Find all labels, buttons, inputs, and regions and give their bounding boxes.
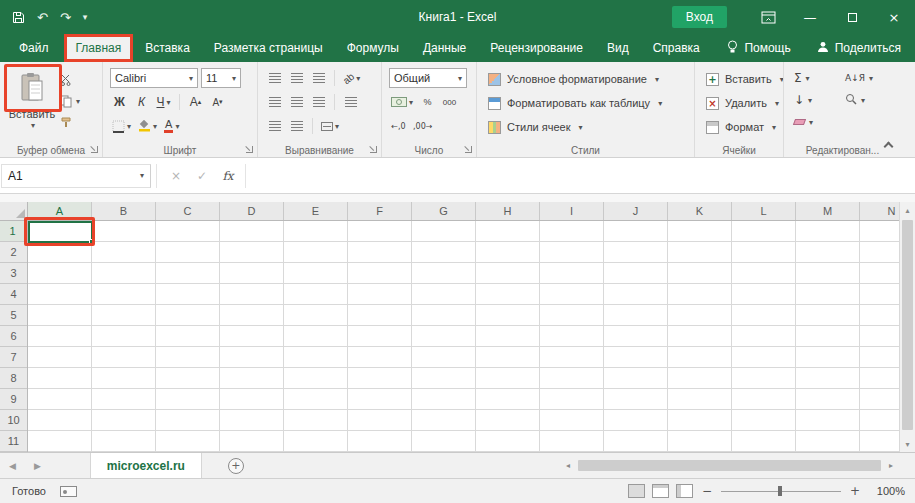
autosum-button[interactable]: Σ ▾ (794, 69, 835, 87)
enter-button[interactable]: ✓ (189, 164, 215, 188)
close-button[interactable]: × (873, 0, 915, 34)
cell-styles-button[interactable]: Стили ячеек ▾ (484, 116, 687, 138)
increase-indent-button[interactable] (287, 116, 306, 136)
select-all-button[interactable] (0, 202, 28, 220)
tab-data[interactable]: Данные (411, 34, 478, 62)
tab-file[interactable]: Файл (4, 34, 64, 62)
merge-center-button[interactable]: ▾ (319, 116, 341, 136)
dialog-launcher-alignment[interactable] (370, 146, 377, 153)
formula-bar-splitter[interactable] (151, 164, 157, 188)
sheet-tab-microexcel[interactable]: microexcel.ru (90, 453, 202, 478)
minimize-button[interactable]: — (789, 0, 831, 34)
format-cells-button[interactable]: Формат ▾ (702, 116, 776, 138)
percent-style-button[interactable]: % (418, 92, 437, 112)
share-button[interactable]: Поделиться (817, 41, 901, 56)
insert-function-button[interactable]: fx (215, 164, 241, 188)
normal-view-button[interactable] (628, 484, 645, 498)
clear-dropdown-icon[interactable]: ▾ (809, 118, 813, 127)
fill-color-button[interactable]: ▾ (136, 116, 159, 136)
vertical-scrollbar-thumb[interactable] (902, 220, 913, 430)
undo-icon[interactable]: ↶ (37, 10, 48, 25)
fill-color-dropdown-icon[interactable]: ▾ (153, 122, 157, 131)
row-header-11[interactable]: 11 (0, 431, 27, 452)
wrap-text-button[interactable] (341, 92, 360, 112)
column-header-c[interactable]: C (156, 202, 220, 220)
font-size-dropdown-icon[interactable]: ▾ (232, 74, 236, 83)
sheet-grid[interactable] (28, 221, 899, 452)
insert-cells-button[interactable]: + Вставить ▾ (702, 68, 776, 90)
row-header-10[interactable]: 10 (0, 410, 27, 431)
tab-review[interactable]: Рецензирование (478, 34, 595, 62)
find-select-dropdown-icon[interactable]: ▾ (861, 96, 865, 105)
horizontal-scrollbar-thumb[interactable] (578, 460, 881, 471)
borders-dropdown-icon[interactable]: ▾ (127, 122, 131, 131)
page-break-view-button[interactable] (676, 484, 693, 498)
name-box-dropdown-icon[interactable]: ▾ (140, 171, 144, 180)
macro-record-icon[interactable] (60, 486, 77, 497)
align-top-button[interactable] (265, 68, 284, 88)
column-header-f[interactable]: F (348, 202, 412, 220)
underline-dropdown-icon[interactable]: ▾ (166, 98, 170, 107)
align-center-button[interactable] (287, 92, 306, 112)
copy-dropdown-icon[interactable]: ▾ (76, 97, 80, 106)
row-header-4[interactable]: 4 (0, 284, 27, 305)
tell-me-button[interactable]: Помощь (727, 40, 790, 57)
vertical-scrollbar[interactable]: ▴ ▾ (899, 202, 915, 452)
scroll-up-icon[interactable]: ▴ (900, 202, 915, 218)
dialog-launcher-font[interactable] (246, 146, 253, 153)
align-right-button[interactable] (309, 92, 328, 112)
sheet-nav-left-icon[interactable]: ◀ (0, 453, 25, 478)
orientation-dropdown-icon[interactable]: ▾ (356, 74, 360, 83)
column-header-a[interactable]: A (28, 202, 92, 220)
row-header-3[interactable]: 3 (0, 263, 27, 284)
decrease-decimal-button[interactable]: ,00→ (411, 116, 434, 136)
dialog-launcher-clipboard[interactable] (91, 146, 98, 153)
column-header-i[interactable]: I (540, 202, 604, 220)
sign-in-button[interactable]: Вход (672, 6, 727, 28)
tab-formulas[interactable]: Формулы (335, 34, 411, 62)
save-icon[interactable] (12, 11, 25, 24)
find-select-button[interactable]: ▾ (845, 91, 895, 109)
clear-button[interactable]: ▾ (794, 113, 835, 131)
new-sheet-button[interactable]: + (228, 458, 244, 474)
redo-icon[interactable]: ↷ (60, 10, 71, 25)
column-header-h[interactable]: H (476, 202, 540, 220)
selected-cell-a1[interactable] (28, 221, 93, 243)
borders-button[interactable]: ▾ (110, 116, 133, 136)
zoom-level[interactable]: 100% (869, 485, 905, 497)
italic-button[interactable]: К (132, 92, 151, 112)
formula-input[interactable] (245, 164, 915, 188)
scroll-left-icon[interactable]: ◂ (560, 453, 576, 478)
column-header-e[interactable]: E (284, 202, 348, 220)
cancel-button[interactable]: × (163, 164, 189, 188)
row-header-9[interactable]: 9 (0, 389, 27, 410)
customize-quick-access-icon[interactable]: ▾ (83, 12, 88, 22)
column-header-n[interactable]: N (860, 202, 899, 220)
tab-view[interactable]: Вид (595, 34, 641, 62)
font-name-dropdown-icon[interactable]: ▾ (189, 74, 193, 83)
decrease-indent-button[interactable] (265, 116, 284, 136)
page-layout-view-button[interactable] (652, 484, 669, 498)
conditional-formatting-button[interactable]: Условное форматирование ▾ (484, 68, 687, 90)
paste-clipboard-icon[interactable] (10, 67, 54, 107)
row-header-6[interactable]: 6 (0, 326, 27, 347)
fill-handle[interactable] (89, 239, 94, 244)
format-painter-button[interactable] (60, 114, 80, 130)
align-bottom-button[interactable] (309, 68, 328, 88)
zoom-in-button[interactable]: + (848, 484, 862, 498)
delete-cells-button[interactable]: × Удалить ▾ (702, 92, 776, 114)
paste-button[interactable]: Вставить ▾ (4, 67, 60, 130)
number-format-select[interactable]: Общий ▾ (389, 68, 467, 88)
column-header-m[interactable]: M (796, 202, 860, 220)
increase-decimal-button[interactable]: ←,0 (389, 116, 408, 136)
decrease-font-size-button[interactable]: А ▾ (208, 92, 227, 112)
column-header-j[interactable]: J (604, 202, 668, 220)
copy-button[interactable]: ▾ (60, 93, 80, 109)
cell-styles-dropdown-icon[interactable]: ▾ (578, 123, 582, 132)
accounting-format-button[interactable]: ▾ (389, 92, 415, 112)
font-color-dropdown-icon[interactable]: ▾ (175, 122, 179, 131)
orientation-button[interactable]: ab ▾ (341, 68, 362, 88)
zoom-slider[interactable] (721, 484, 841, 498)
format-as-table-button[interactable]: Форматировать как таблицу ▾ (484, 92, 687, 114)
cut-button[interactable] (60, 72, 80, 88)
